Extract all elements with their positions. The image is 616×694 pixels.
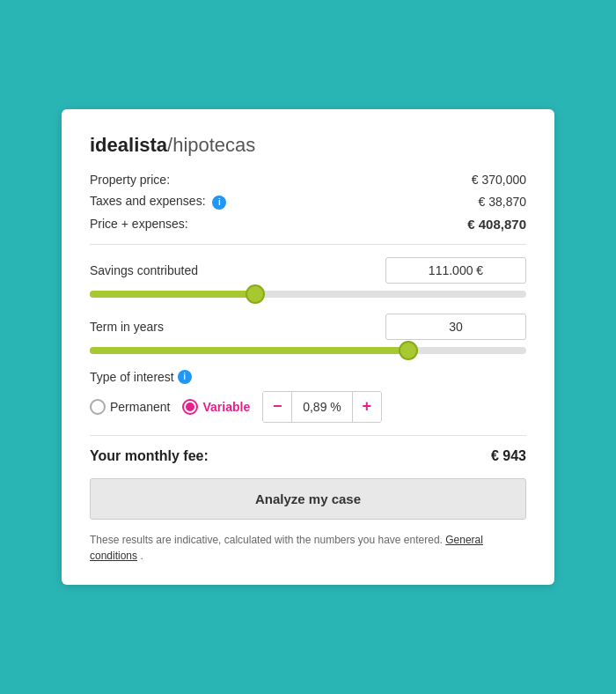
- taxes-info-icon[interactable]: i: [212, 196, 226, 210]
- interest-info-icon[interactable]: i: [178, 370, 192, 384]
- rate-control: − 0,89 % +: [262, 391, 382, 423]
- taxes-label: Taxes and expenses: i: [90, 194, 226, 210]
- property-price-label: Property price:: [90, 173, 170, 187]
- mortgage-calculator-card: idealista/hipotecas Property price: € 37…: [62, 109, 554, 585]
- term-slider-track[interactable]: [90, 347, 526, 354]
- savings-slider-track[interactable]: [90, 291, 526, 298]
- term-label: Term in years: [90, 320, 164, 334]
- interest-type-label: Type of interest: [90, 370, 174, 384]
- divider-1: [90, 244, 526, 245]
- variable-radio-inner: [186, 402, 194, 411]
- variable-option[interactable]: Variable: [182, 399, 250, 415]
- permanent-radio[interactable]: [90, 399, 106, 415]
- term-row: Term in years: [90, 314, 526, 340]
- property-price-row: Property price: € 370,000: [90, 173, 526, 187]
- term-slider-fill: [90, 347, 408, 354]
- rate-value: 0,89 %: [291, 392, 353, 422]
- rate-minus-button[interactable]: −: [263, 392, 291, 422]
- taxes-value: € 38,870: [479, 195, 527, 209]
- savings-row: Savings contributed: [90, 257, 526, 284]
- analyze-button[interactable]: Analyze my case: [90, 478, 526, 520]
- savings-label: Savings contributed: [90, 263, 198, 277]
- disclaimer-text: These results are indicative, calculated…: [90, 534, 443, 546]
- logo: idealista/hipotecas: [90, 134, 526, 157]
- disclaimer: These results are indicative, calculated…: [90, 532, 526, 564]
- taxes-row: Taxes and expenses: i € 38,870: [90, 194, 526, 210]
- savings-slider-thumb[interactable]: [246, 284, 265, 304]
- price-expenses-row: Price + expenses: € 408,870: [90, 217, 526, 232]
- monthly-fee-label: Your monthly fee:: [90, 448, 209, 464]
- term-input[interactable]: [385, 314, 526, 340]
- savings-slider-container: [90, 291, 526, 298]
- disclaimer-suffix: .: [137, 550, 143, 562]
- variable-radio[interactable]: [182, 399, 198, 415]
- divider-2: [90, 435, 526, 436]
- price-expenses-value: € 408,870: [467, 217, 526, 232]
- interest-options-row: Permanent Variable − 0,89 % +: [90, 391, 526, 423]
- logo-slash: /hipotecas: [167, 134, 255, 156]
- property-price-value: € 370,000: [472, 173, 526, 187]
- permanent-option[interactable]: Permanent: [90, 399, 170, 415]
- variable-label: Variable: [202, 400, 250, 414]
- permanent-label: Permanent: [110, 400, 170, 414]
- savings-slider-fill: [90, 291, 255, 298]
- price-expenses-label: Price + expenses:: [90, 217, 188, 231]
- term-slider-container: [90, 347, 526, 354]
- term-slider-thumb[interactable]: [399, 341, 418, 360]
- interest-type-label-row: Type of interest i: [90, 370, 526, 384]
- logo-brand: idealista: [90, 134, 167, 156]
- monthly-fee-row: Your monthly fee: € 943: [90, 448, 526, 464]
- savings-input[interactable]: [385, 257, 526, 284]
- rate-plus-button[interactable]: +: [353, 392, 381, 422]
- monthly-fee-value: € 943: [491, 448, 526, 464]
